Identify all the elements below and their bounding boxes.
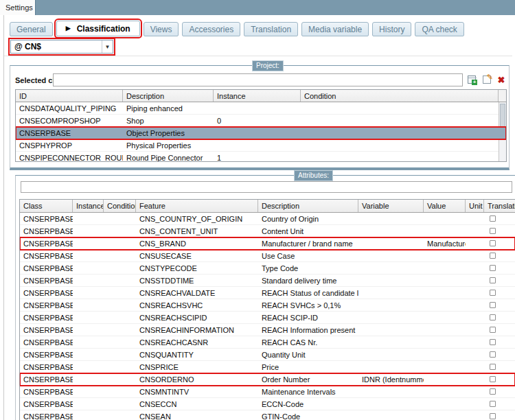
attribute-cell-feature: CNSSTDDTIME (136, 277, 258, 285)
project-column-header-instance[interactable]: Instance (214, 90, 301, 102)
attribute-row[interactable]: CNSERPBASECNSORDERNOOrder NumberIDNR (Id… (20, 373, 515, 386)
attribute-cell-description: GTIN-Code (258, 412, 358, 420)
tab-views[interactable]: Views (144, 22, 179, 36)
attribute-cell-translation (484, 400, 515, 408)
attribute-column-header-feature[interactable]: Feature (136, 200, 258, 212)
attribute-cell-class: CNSERPBASE (20, 301, 73, 310)
attribute-cell-class: CNSERPBASE (20, 400, 73, 408)
tab-general[interactable]: General (10, 22, 53, 36)
attribute-column-header-class[interactable]: Classˆ (20, 200, 73, 212)
attribute-cell-description: REACH Status of candidate list (... (258, 289, 358, 297)
attribute-row[interactable]: CNSERPBASECNSTYPECODEType Code (20, 262, 515, 275)
attribute-cell-description: Maintenance Intervals (258, 388, 358, 396)
translation-checkbox[interactable] (490, 327, 496, 333)
class-selector-dropdown[interactable]: @ CN$ ▼ (10, 40, 113, 54)
tab-classification[interactable]: ▶Classification (56, 21, 140, 36)
attribute-column-header-translation[interactable]: Translation (484, 200, 515, 212)
window-tab-settings-label: Settings (5, 3, 33, 12)
translation-checkbox[interactable] (490, 314, 496, 320)
attribute-cell-feature: CNSREACHSVHC (136, 301, 258, 310)
translation-checkbox[interactable] (490, 339, 496, 345)
translation-checkbox[interactable] (490, 240, 496, 246)
translation-checkbox[interactable] (490, 228, 496, 234)
translation-checkbox[interactable] (490, 364, 496, 370)
translation-checkbox[interactable] (490, 215, 496, 222)
project-row[interactable]: CNSECOMPROPSHOPShop0 (16, 115, 506, 127)
translation-checkbox[interactable] (490, 401, 496, 407)
attribute-column-header-value[interactable]: Value (424, 200, 466, 212)
attribute-row[interactable]: CNSERPBASECNSREACHSCIPIDREACH SCIP-ID (20, 312, 515, 324)
translation-checkbox[interactable] (490, 351, 496, 358)
attribute-cell-description: Standard delivery time (258, 277, 358, 285)
project-column-header-id[interactable]: IDˆ (16, 90, 123, 102)
tab-history[interactable]: History (372, 22, 411, 36)
attribute-column-header-unit[interactable]: Unit (466, 200, 484, 212)
tab-label: Translation (251, 25, 291, 34)
translation-checkbox[interactable] (490, 388, 496, 395)
translation-checkbox[interactable] (490, 376, 496, 382)
attribute-cell-translation (484, 240, 515, 248)
project-row[interactable]: CNSPHYPROPPhysical Properties (16, 139, 506, 152)
attribute-row[interactable]: CNSERPBASECNSREACHINFORMATIONREACH Infor… (20, 324, 515, 336)
attribute-column-header-description[interactable]: Description (258, 200, 358, 212)
translation-checkbox[interactable] (490, 302, 496, 308)
selected-classes-input[interactable] (53, 73, 463, 86)
edit-class-icon: ✎ (483, 75, 491, 84)
translation-checkbox[interactable] (490, 277, 496, 283)
attribute-cell-description: REACH CAS Nr. (258, 338, 358, 347)
delete-class-button[interactable]: ✖ (496, 74, 507, 85)
tab-qa-check[interactable]: QA check (415, 22, 464, 36)
attribute-cell-translation (484, 252, 515, 260)
attributes-filter-input[interactable] (21, 181, 512, 193)
attribute-row[interactable]: CNSERPBASECNSEANGTIN-Code (20, 410, 515, 420)
attribute-row[interactable]: CNSERPBASECNSSTDDTIMEStandard delivery t… (20, 275, 515, 287)
attribute-row[interactable]: CNSERPBASECNSREACHCASNRREACH CAS Nr. (20, 336, 515, 349)
attribute-cell-class: CNSERPBASE (20, 277, 73, 285)
attribute-cell-class: CNSERPBASE (20, 388, 73, 396)
attribute-row[interactable]: CNSERPBASECNSPRICEPrice (20, 361, 515, 373)
attribute-cell-description: Use Case (258, 252, 358, 260)
window-left-border (3, 15, 4, 420)
chevron-down-icon[interactable]: ▼ (102, 40, 113, 53)
edit-class-button[interactable]: ✎ (481, 74, 492, 85)
tab-media-variable[interactable]: Media variable (301, 22, 369, 36)
translation-checkbox[interactable] (490, 265, 496, 271)
tab-accessories[interactable]: Accessories (182, 22, 240, 36)
project-column-header-description[interactable]: Description (123, 90, 214, 102)
project-cell-id: CNSERPBASE (16, 129, 123, 137)
translation-checkbox[interactable] (490, 413, 496, 419)
attribute-row[interactable]: CNSERPBASECNSREACHSVHCREACH SVHCs > 0,1% (20, 299, 515, 312)
attribute-cell-feature: CNSEAN (136, 412, 258, 420)
attribute-cell-class: CNSERPBASE (20, 227, 73, 235)
attribute-column-header-variable[interactable]: Variable (358, 200, 424, 212)
attribute-row[interactable]: CNSERPBASECNSQUANTITYQuantity Unit (20, 349, 515, 361)
attributes-table: ClassˆInstanceConditionFeatureDescriptio… (19, 199, 515, 420)
delete-class-icon: ✖ (498, 75, 505, 84)
window-tab-bar: Settings (0, 0, 515, 15)
project-row[interactable]: CNSERPBASEObject Properties (16, 127, 506, 139)
attribute-cell-translation (484, 363, 515, 371)
attribute-row[interactable]: CNSERPBASECNSREACHVALDATEREACH Status of… (20, 287, 515, 299)
add-class-button[interactable]: + (466, 74, 477, 85)
project-row[interactable]: CNSPIPECONNECTOR_ROUNDRound Pipe Connect… (16, 152, 506, 162)
attribute-row[interactable]: CNSERPBASECNS_COUNTRY_OF_ORIGINCountry o… (20, 213, 515, 225)
attribute-column-header-instance[interactable]: Instance (73, 200, 104, 212)
attribute-row[interactable]: CNSERPBASECNSUSECASEUse Case (20, 250, 515, 262)
project-row[interactable]: CNSDATAQUALITY_PIPINGPiping enhanced (16, 102, 506, 115)
tab-translation[interactable]: Translation (244, 22, 298, 36)
project-column-header-condition[interactable]: Condition (301, 90, 499, 102)
attribute-cell-feature: CNSQUANTITY (136, 351, 258, 359)
attribute-row[interactable]: CNSERPBASECNS_BRANDManufacturer / brand … (20, 237, 515, 250)
settings-window: Settings General▶ClassificationViewsAcce… (0, 0, 515, 420)
attribute-row[interactable]: CNSERPBASECNS_CONTENT_UNITContent Unit (20, 225, 515, 237)
attribute-row[interactable]: CNSERPBASECNSMNTINTVMaintenance Interval… (20, 386, 515, 398)
project-table-header: IDˆDescriptionInstanceCondition (16, 90, 506, 102)
attribute-cell-class: CNSERPBASE (20, 412, 73, 420)
window-tab-settings[interactable]: Settings (0, 0, 36, 15)
translation-checkbox[interactable] (490, 290, 496, 296)
attribute-column-header-condition[interactable]: Condition (104, 200, 136, 212)
attribute-row[interactable]: CNSERPBASECNSECCNECCN-Code (20, 398, 515, 410)
project-cell-id: CNSDATAQUALITY_PIPING (16, 104, 123, 113)
translation-checkbox[interactable] (490, 253, 496, 259)
tab-bar: General▶ClassificationViewsAccessoriesTr… (10, 19, 464, 36)
